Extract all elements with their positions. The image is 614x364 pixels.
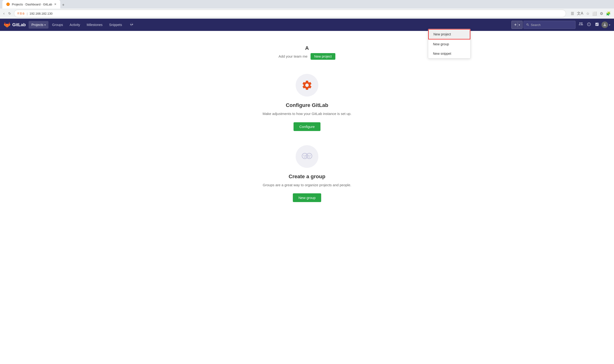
reader-mode-button[interactable]: ☰ <box>570 10 575 17</box>
group-icon-circle <box>296 145 318 168</box>
add-team-text-partial: Add your team me <box>279 54 308 58</box>
new-group-button[interactable]: New group <box>293 193 321 202</box>
merge-requests-icon[interactable] <box>577 21 585 29</box>
projects-dropdown-arrow: ▾ <box>44 24 46 26</box>
issues-icon[interactable] <box>586 21 592 29</box>
user-dropdown-arrow[interactable]: ▾ <box>609 24 610 26</box>
tab-title: Projects · Dashboard · GitLab <box>12 3 52 6</box>
browser-actions: ☰ 文A ☆ ⬜ ⚙ 🧩 <box>570 10 612 17</box>
bookmark-button[interactable]: ☆ <box>585 10 590 17</box>
new-item-dropdown: New project New group New snippet <box>428 29 471 59</box>
split-view-button[interactable]: ⬜ <box>591 10 598 17</box>
user-avatar-button[interactable] <box>601 22 608 28</box>
gitlab-logo-text: GitLab <box>12 22 26 27</box>
wrench-icon <box>130 22 134 27</box>
main-content: A Add your team me New project Configure… <box>0 31 614 364</box>
gitlab-logo-icon <box>4 22 10 28</box>
dropdown-menu: New project New group New snippet <box>428 29 471 59</box>
nav-milestones[interactable]: Milestones <box>84 21 105 28</box>
page-heading-partial: A <box>305 45 309 51</box>
back-button[interactable]: ‹ <box>2 10 5 16</box>
browser-chrome: Projects · Dashboard · GitLab ✕ + ‹ ↻ 不安… <box>0 0 614 19</box>
search-placeholder: Search <box>531 23 541 27</box>
configure-icon-circle <box>296 74 318 97</box>
svg-point-6 <box>310 155 311 156</box>
gear-icon <box>301 79 313 91</box>
create-group-desc: Groups are a great way to organize proje… <box>263 182 351 188</box>
nav-groups[interactable]: Groups <box>49 21 66 28</box>
svg-point-2 <box>303 155 304 156</box>
todo-icon[interactable] <box>593 21 600 29</box>
settings-button[interactable]: ⚙ <box>599 10 604 17</box>
configure-gitlab-section: Configure GitLab Make adjustments to how… <box>236 74 378 131</box>
browser-tab[interactable]: Projects · Dashboard · GitLab ✕ <box>2 0 60 9</box>
dropdown-new-project[interactable]: New project <box>428 29 470 39</box>
nav-snippets[interactable]: Snippets <box>106 21 125 28</box>
nav-icons: ▾ <box>577 21 610 29</box>
translate-button[interactable]: 文A <box>576 10 584 17</box>
nav-admin-wrench[interactable] <box>127 21 136 29</box>
tab-close-button[interactable]: ✕ <box>54 3 56 6</box>
svg-point-4 <box>307 153 312 159</box>
svg-point-1 <box>302 153 307 159</box>
dropdown-new-group[interactable]: New group <box>428 39 470 49</box>
address-text: 192.168.182.130 <box>29 12 53 15</box>
configure-title: Configure GitLab <box>286 102 328 108</box>
address-separator: | <box>27 12 27 15</box>
configure-button[interactable]: Configure <box>294 122 320 131</box>
svg-point-5 <box>308 155 309 156</box>
create-group-section: Create a group Groups are a great way to… <box>236 145 378 202</box>
nav-search-bar[interactable]: Search <box>523 21 575 29</box>
plus-dropdown-arrow: ▾ <box>519 24 520 26</box>
nav-activity[interactable]: Activity <box>67 21 83 28</box>
address-bar[interactable]: 不安全 | 192.168.182.130 <box>14 10 566 17</box>
tab-favicon <box>6 2 10 6</box>
group-icon <box>300 151 314 162</box>
svg-point-3 <box>305 155 306 156</box>
create-group-title: Create a group <box>288 173 325 180</box>
browser-top-bar: ‹ ↻ 不安全 | 192.168.182.130 ☰ 文A ☆ ⬜ ⚙ 🧩 <box>0 9 614 18</box>
tab-bar: Projects · Dashboard · GitLab ✕ + <box>0 0 614 9</box>
plus-icon: + <box>514 22 517 27</box>
extensions-button[interactable]: 🧩 <box>605 10 612 17</box>
plus-button-divider <box>518 22 518 27</box>
search-icon <box>526 23 529 26</box>
new-tab-button[interactable]: + <box>60 2 67 9</box>
security-warning: 不安全 <box>17 12 25 15</box>
gitlab-logo[interactable]: GitLab <box>4 22 26 28</box>
dropdown-new-snippet[interactable]: New snippet <box>428 49 470 58</box>
gitlab-navbar: GitLab Projects ▾ Groups Activity Milest… <box>0 19 614 31</box>
configure-desc: Make adjustments to how your GitLab inst… <box>263 111 351 117</box>
new-item-button[interactable]: + ▾ <box>511 21 522 29</box>
nav-projects[interactable]: Projects ▾ <box>28 21 48 28</box>
refresh-button[interactable]: ↻ <box>7 11 12 16</box>
new-project-button-stub[interactable]: New project <box>311 53 336 60</box>
